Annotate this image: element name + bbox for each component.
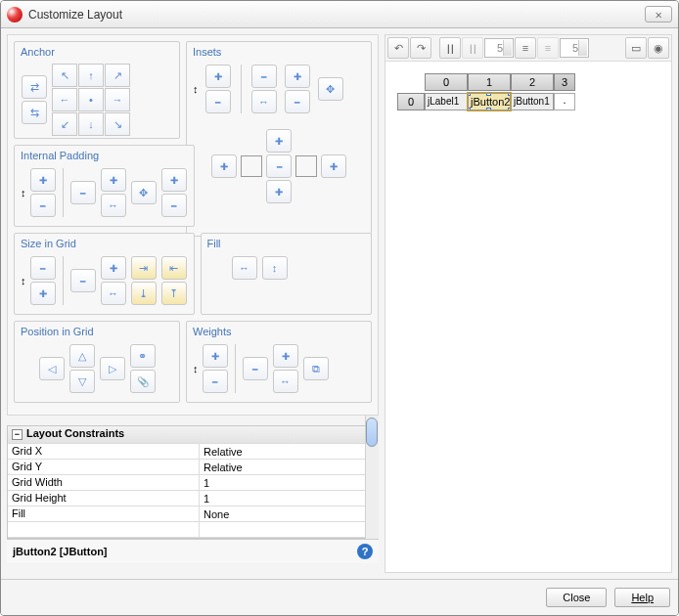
preview-canvas[interactable]: 0 1 2 3 0 jLabel1 jButton2 — [385, 62, 671, 122]
anchor-cycle-right-button[interactable]: ⇆ — [22, 101, 47, 124]
inset-right-button[interactable] — [321, 154, 346, 178]
anchor-c[interactable]: • — [78, 88, 104, 111]
pos-left-button[interactable] — [39, 357, 65, 380]
help-button[interactable]: Help — [614, 588, 670, 607]
wt-h-spread-button[interactable] — [273, 370, 298, 393]
component-jlabel1[interactable]: jLabel1 — [425, 93, 468, 110]
property-row[interactable]: Grid XRelative — [8, 444, 378, 460]
snap-up-icon: ⤒ — [169, 287, 178, 300]
anchor-s[interactable]: ↓ — [78, 112, 104, 136]
inset-left-button[interactable] — [211, 154, 237, 178]
grid-rows-button[interactable] — [515, 37, 536, 59]
position-in-grid-group: Position in Grid — [14, 321, 180, 403]
collapse-icon[interactable]: − — [12, 429, 23, 440]
anchor-sw[interactable]: ↙ — [52, 112, 77, 136]
down-icon — [78, 375, 86, 388]
ipad-h-spread-button[interactable] — [101, 194, 126, 217]
sig-snap-down-button[interactable]: ⤓ — [131, 282, 157, 305]
resize-handle[interactable] — [508, 108, 511, 110]
minus-icon — [252, 363, 257, 374]
inset-top-button[interactable] — [266, 129, 292, 153]
anchor-nw[interactable]: ↖ — [52, 64, 77, 87]
minus-icon — [171, 199, 176, 211]
ipad-v-dec-button[interactable] — [161, 194, 187, 217]
resize-handle[interactable] — [468, 93, 471, 96]
sig-dec-v-button[interactable] — [30, 256, 56, 280]
fill-vertical-button[interactable] — [262, 256, 288, 280]
col-header[interactable]: 3 — [554, 73, 575, 91]
pos-link-button[interactable] — [130, 344, 156, 368]
insets-v-dec-button[interactable] — [285, 90, 310, 113]
sig-snap-left-button[interactable]: ⇤ — [161, 256, 187, 280]
grid-cols-button[interactable] — [439, 37, 461, 59]
component-jbutton1[interactable]: jButton1 — [511, 93, 554, 110]
insets-all-inc-button[interactable] — [205, 65, 231, 88]
window-close-button[interactable]: ⨉ — [645, 6, 672, 22]
anchor-n[interactable]: ↑ — [78, 64, 104, 87]
insets-h-inc-button[interactable] — [251, 65, 277, 88]
insets-move-button[interactable] — [318, 77, 343, 101]
pos-pin-button[interactable] — [130, 370, 156, 393]
sig-snap-right-button[interactable]: ⇥ — [131, 256, 157, 280]
undo-button[interactable] — [387, 37, 409, 59]
close-button[interactable]: Close — [546, 588, 607, 607]
resize-handle[interactable] — [486, 93, 491, 96]
anchor-cycle-left-button[interactable]: ⇄ — [22, 75, 47, 99]
component-jbutton2-selected[interactable]: jButton2 — [468, 93, 511, 110]
page-button[interactable] — [625, 37, 647, 59]
col-header[interactable]: 0 — [425, 73, 468, 91]
sig-h-spread-button[interactable] — [101, 282, 126, 305]
resize-handle[interactable] — [486, 108, 491, 110]
insets-h-dec-button[interactable] — [251, 90, 277, 113]
resize-handle[interactable] — [468, 108, 471, 110]
sig-inc-v-button[interactable] — [30, 282, 56, 305]
fill-horizontal-button[interactable] — [232, 256, 257, 280]
pos-down-button[interactable] — [69, 370, 95, 393]
ipad-dec-button[interactable] — [30, 194, 56, 217]
property-row[interactable]: Grid Width1 — [8, 475, 378, 491]
col-header[interactable]: 1 — [468, 73, 511, 91]
anchor-w[interactable]: ← — [52, 88, 77, 111]
inset-bottom-button[interactable] — [266, 180, 292, 203]
wt-v-dec-button[interactable] — [203, 370, 228, 393]
property-row[interactable] — [8, 522, 378, 538]
ipad-h-inc-button[interactable] — [101, 168, 126, 192]
wt-h-dec-button[interactable] — [243, 357, 268, 380]
property-value: 1 — [204, 493, 209, 505]
ipad-v-inc-button[interactable] — [161, 168, 187, 192]
row-spinner[interactable]: 5 — [560, 38, 589, 58]
pos-right-button[interactable] — [100, 357, 125, 380]
col-header[interactable]: 2 — [511, 73, 554, 91]
row-header[interactable]: 0 — [397, 93, 425, 110]
empty-cell[interactable]: . — [554, 93, 575, 110]
sig-h-dec-button[interactable] — [70, 269, 96, 292]
help-icon[interactable]: ? — [357, 544, 373, 559]
sig-snap-up-button[interactable]: ⤒ — [161, 282, 187, 305]
col-spinner[interactable]: 5 — [484, 38, 514, 58]
sig-h-inc-button[interactable] — [101, 256, 126, 280]
insets-all-dec-button[interactable] — [205, 90, 231, 113]
anchor-e[interactable]: → — [105, 88, 130, 111]
ipad-h-dec-button[interactable] — [70, 181, 96, 204]
separator — [235, 344, 236, 393]
properties-header[interactable]: −Layout Constraints — [8, 426, 378, 444]
wt-h-inc-button[interactable] — [273, 344, 298, 368]
ipad-move-button[interactable] — [131, 181, 157, 204]
anchor-ne[interactable]: ↗ — [105, 64, 130, 87]
plus-icon — [294, 70, 301, 82]
preview-button[interactable] — [648, 37, 669, 59]
pos-up-button[interactable] — [69, 344, 95, 368]
anchor-se[interactable]: ↘ — [105, 112, 130, 136]
wt-distribute-button[interactable]: ⧉ — [303, 357, 329, 380]
inset-center-dec-button[interactable] — [266, 154, 292, 178]
scrollbar[interactable] — [365, 416, 379, 539]
ipad-inc-button[interactable] — [30, 168, 56, 192]
property-row[interactable]: Grid YRelative — [8, 460, 378, 475]
insets-v-inc-button[interactable] — [285, 65, 310, 88]
redo-button[interactable] — [410, 37, 431, 59]
property-row[interactable]: Grid Height1 — [8, 491, 378, 506]
scrollbar-thumb[interactable] — [366, 418, 378, 447]
wt-v-inc-button[interactable] — [203, 344, 228, 368]
property-row[interactable]: FillNone — [8, 506, 378, 522]
resize-handle[interactable] — [508, 93, 511, 96]
